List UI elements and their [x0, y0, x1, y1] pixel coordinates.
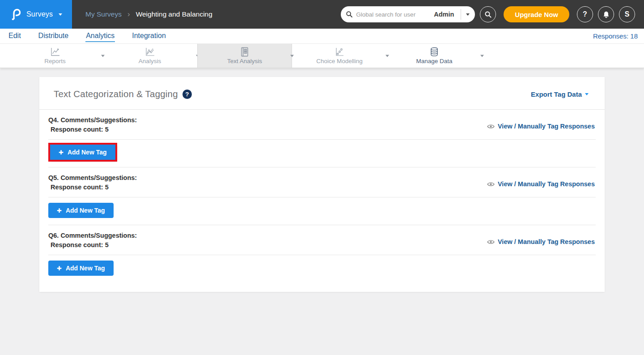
- tab-text-analysis[interactable]: Text Analysis: [197, 44, 292, 68]
- search-scope-label[interactable]: Admin: [434, 11, 454, 18]
- plus-icon: ✚: [59, 149, 64, 156]
- response-count: Response count: 5: [48, 125, 137, 134]
- tab-label: Choice Modelling: [316, 58, 363, 64]
- view-manually-tag-link[interactable]: View / Manually Tag Responses: [487, 123, 595, 130]
- analytics-toolbar: Reports Analysis Text Analysis: [0, 44, 644, 68]
- tab-integration[interactable]: Integration: [131, 30, 166, 42]
- eye-icon: [487, 240, 495, 244]
- view-manually-tag-link[interactable]: View / Manually Tag Responses: [487, 180, 595, 188]
- question-section-q4: Q4. Comments/Suggestions: Response count…: [39, 110, 605, 167]
- user-avatar[interactable]: S: [619, 6, 635, 22]
- tab-label: Text Analysis: [227, 58, 262, 64]
- question-section-q5: Q5. Comments/Suggestions: Response count…: [39, 167, 605, 225]
- response-count: Response count: 5: [48, 240, 137, 250]
- tab-analysis[interactable]: Analysis: [102, 44, 197, 68]
- survey-section-nav: Edit Distribute Analytics Integration Re…: [0, 29, 644, 44]
- add-new-tag-label: Add New Tag: [68, 149, 107, 156]
- divider: [461, 9, 461, 20]
- add-new-tag-button[interactable]: ✚ Add New Tag: [48, 203, 114, 218]
- tab-label: Reports: [44, 58, 65, 64]
- eye-icon: [487, 182, 495, 187]
- question-section-q6: Q6. Comments/Suggestions: Response count…: [39, 225, 605, 292]
- tab-distribute[interactable]: Distribute: [38, 30, 69, 42]
- panel-header: Text Categorization & Tagging ? Export T…: [39, 77, 605, 109]
- add-new-tag-button[interactable]: ✚ Add New Tag: [48, 261, 114, 276]
- tab-manage-data[interactable]: Manage Data: [387, 44, 482, 68]
- main-content: Text Categorization & Tagging ? Export T…: [0, 68, 644, 292]
- search-icon: [484, 11, 492, 18]
- add-new-tag-label: Add New Tag: [66, 265, 105, 272]
- view-link-label: View / Manually Tag Responses: [498, 180, 595, 188]
- tab-label: Analysis: [139, 58, 161, 64]
- search-scope-dropdown-icon[interactable]: [466, 13, 470, 16]
- avatar-initial: S: [625, 10, 630, 18]
- add-new-tag-label: Add New Tag: [66, 207, 105, 214]
- export-tag-data-dropdown[interactable]: Export Tag Data: [531, 90, 589, 98]
- plus-icon: ✚: [57, 207, 62, 214]
- breadcrumb-separator: ›: [127, 10, 130, 19]
- view-link-label: View / Manually Tag Responses: [498, 123, 595, 130]
- tab-label: Manage Data: [416, 58, 452, 64]
- question-mark-icon: ?: [583, 10, 587, 18]
- help-icon[interactable]: ?: [182, 90, 192, 99]
- database-icon: [429, 47, 440, 57]
- view-manually-tag-link[interactable]: View / Manually Tag Responses: [487, 238, 595, 245]
- scatter-chart-icon: [334, 47, 345, 57]
- help-button[interactable]: ?: [577, 6, 593, 22]
- bell-icon: [602, 11, 610, 18]
- response-count: Response count: 5: [48, 183, 137, 192]
- app-label: Surveys: [26, 10, 53, 18]
- add-new-tag-button[interactable]: ✚ Add New Tag: [50, 145, 115, 160]
- chevron-down-icon[interactable]: [480, 55, 484, 57]
- tab-edit[interactable]: Edit: [8, 30, 21, 42]
- responses-count: Responses: 18: [593, 32, 638, 40]
- tab-analytics[interactable]: Analytics: [85, 30, 115, 42]
- export-tag-data-label: Export Tag Data: [531, 90, 582, 98]
- proprofs-logo-icon: [11, 8, 21, 21]
- tab-reports[interactable]: Reports: [8, 44, 102, 68]
- page-title: Text Categorization & Tagging: [54, 89, 178, 99]
- search-icon: [346, 11, 353, 18]
- top-header-bar: Surveys My Surveys › Weighting and Balan…: [0, 0, 644, 29]
- plus-icon: ✚: [57, 265, 62, 272]
- text-tagging-panel: Text Categorization & Tagging ? Export T…: [39, 77, 605, 292]
- search-button[interactable]: [480, 6, 496, 22]
- breadcrumb: My Surveys › Weighting and Balancing: [85, 10, 212, 19]
- chevron-down-icon: [59, 13, 62, 16]
- eye-icon: [487, 124, 495, 129]
- notifications-button[interactable]: [598, 6, 614, 22]
- product-switcher[interactable]: Surveys: [0, 0, 72, 29]
- header-actions: Admin Upgrade Now ? S: [341, 6, 644, 22]
- question-title: Q4. Comments/Suggestions:: [48, 115, 137, 125]
- journal-grid-icon: [239, 47, 250, 57]
- upgrade-now-button[interactable]: Upgrade Now: [504, 6, 569, 22]
- global-search-box: Admin: [341, 6, 475, 22]
- trend-chart-icon: [144, 47, 155, 57]
- breadcrumb-my-surveys[interactable]: My Surveys: [85, 10, 122, 18]
- tab-choice-modelling[interactable]: Choice Modelling: [292, 44, 387, 68]
- question-title: Q6. Comments/Suggestions:: [48, 231, 137, 240]
- line-chart-icon: [50, 47, 60, 57]
- chevron-down-icon: [585, 93, 589, 95]
- search-input[interactable]: [356, 11, 431, 18]
- question-title: Q5. Comments/Suggestions:: [48, 173, 137, 183]
- view-link-label: View / Manually Tag Responses: [498, 238, 595, 245]
- breadcrumb-current-survey: Weighting and Balancing: [136, 10, 212, 18]
